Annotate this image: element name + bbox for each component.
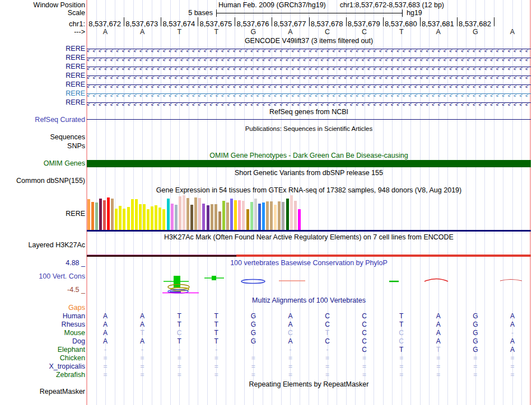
- alignment-base[interactable]: A: [494, 312, 531, 320]
- gtex-bar[interactable]: [183, 195, 185, 230]
- alignment-base[interactable]: T: [198, 337, 235, 345]
- alignment-base[interactable]: A: [420, 329, 457, 337]
- alignment-base[interactable]: =: [198, 371, 235, 379]
- gtex-bar[interactable]: [194, 197, 197, 230]
- gtex-bar[interactable]: [246, 209, 249, 230]
- alignment-base[interactable]: G: [235, 337, 272, 345]
- gtex-bar[interactable]: [298, 209, 301, 230]
- alignment-base[interactable]: A: [494, 346, 531, 354]
- alignment-base[interactable]: A: [420, 337, 457, 345]
- alignment-base[interactable]: -: [198, 346, 235, 354]
- alignment-base[interactable]: A: [272, 337, 309, 345]
- alignment-base[interactable]: =: [235, 354, 272, 362]
- gtex-bar[interactable]: [155, 205, 157, 230]
- alignment-base[interactable]: =: [346, 354, 383, 362]
- gtex-bar[interactable]: [99, 199, 102, 230]
- alignment-base[interactable]: C: [272, 329, 309, 337]
- alignment-base[interactable]: T: [161, 312, 198, 320]
- alignment-base[interactable]: =: [346, 362, 383, 370]
- vert-cons-label[interactable]: 100 Vert. Cons: [0, 272, 85, 280]
- alignment-base[interactable]: =: [124, 354, 161, 362]
- gencode-transcript-label[interactable]: RERE: [0, 98, 85, 106]
- gtex-bar[interactable]: [254, 199, 257, 230]
- alignment-base[interactable]: =: [457, 362, 494, 370]
- gencode-transcript[interactable]: <<<<<<<<<<<<<<<<<<<<<<<<<<<<<<<<<<<<<<<<…: [87, 90, 531, 97]
- alignment-base[interactable]: T: [309, 329, 346, 337]
- alignment-base[interactable]: T: [198, 329, 235, 337]
- alignment-base[interactable]: A: [87, 337, 124, 345]
- gtex-bar[interactable]: [147, 209, 150, 230]
- gtex-bar[interactable]: [282, 202, 284, 230]
- alignment-base[interactable]: =: [383, 362, 420, 370]
- alignment-base[interactable]: =: [383, 371, 420, 379]
- omim-gene-bar[interactable]: [87, 160, 531, 167]
- alignment-base[interactable]: A: [87, 312, 124, 320]
- alignment-base[interactable]: =: [272, 362, 309, 370]
- multiz-species-label[interactable]: X_tropicalis: [0, 362, 85, 370]
- multiz-species-label[interactable]: Human: [0, 312, 85, 320]
- gtex-bar[interactable]: [103, 200, 106, 230]
- gtex-bar[interactable]: [119, 206, 122, 230]
- alignment-base[interactable]: C: [346, 321, 383, 328]
- gtex-bar[interactable]: [218, 211, 221, 230]
- gencode-transcript-label[interactable]: RERE: [0, 72, 85, 79]
- multiz-species-label[interactable]: Zebrafish: [0, 371, 85, 379]
- gtex-bar[interactable]: [234, 200, 237, 230]
- gtex-bar[interactable]: [226, 202, 229, 230]
- alignment-base[interactable]: =: [161, 362, 198, 370]
- alignment-base[interactable]: C: [346, 346, 383, 354]
- alignment-base[interactable]: -: [161, 346, 198, 354]
- alignment-base[interactable]: A: [494, 321, 531, 328]
- gtex-bar[interactable]: [123, 209, 125, 230]
- alignment-base[interactable]: A: [420, 312, 457, 320]
- alignment-base[interactable]: C: [161, 329, 198, 337]
- alignment-base[interactable]: G: [457, 346, 494, 354]
- gencode-transcript[interactable]: <<<<<<<<<<<<<<<<<<<<<<<<<<<<<<<<<<<<<<<<…: [87, 54, 531, 61]
- gtex-bar[interactable]: [238, 200, 241, 230]
- alignment-base[interactable]: =: [235, 371, 272, 379]
- alignment-base[interactable]: T: [383, 346, 420, 354]
- gencode-transcript[interactable]: <<<<<<<<<<<<<<<<<<<<<<<<<<<<<<<<<<<<<<<<…: [87, 72, 531, 79]
- alignment-base[interactable]: =: [494, 354, 531, 362]
- multiz-species-label[interactable]: Elephant: [0, 346, 85, 354]
- gencode-transcript-label[interactable]: RERE: [0, 45, 85, 53]
- alignment-base[interactable]: =: [420, 371, 457, 379]
- gencode-transcript[interactable]: <<<<<<<<<<<<<<<<<<<<<<<<<<<<<<<<<<<<<<<<…: [87, 45, 531, 52]
- gtex-bar[interactable]: [111, 199, 114, 230]
- alignment-base[interactable]: =: [87, 354, 124, 362]
- phylop-signal[interactable]: [87, 257, 531, 296]
- gtex-bar[interactable]: [186, 198, 189, 230]
- gtex-barchart[interactable]: [87, 195, 531, 230]
- gtex-bar[interactable]: [158, 208, 161, 230]
- alignment-base[interactable]: =: [198, 354, 235, 362]
- alignment-base[interactable]: -: [124, 346, 161, 354]
- alignment-base[interactable]: T: [124, 329, 161, 337]
- alignment-base[interactable]: C: [346, 337, 383, 345]
- gtex-bar[interactable]: [270, 201, 273, 230]
- gtex-bar[interactable]: [214, 204, 217, 230]
- alignment-base[interactable]: =: [272, 371, 309, 379]
- alignment-base[interactable]: G: [457, 321, 494, 328]
- h3k27ac-signal[interactable]: [236, 255, 531, 257]
- alignment-base[interactable]: A: [87, 321, 124, 328]
- multiz-species-label[interactable]: Mouse: [0, 329, 85, 337]
- alignment-base[interactable]: =: [235, 362, 272, 370]
- alignment-base[interactable]: =: [87, 362, 124, 370]
- alignment-base[interactable]: C: [309, 337, 346, 345]
- gtex-bar[interactable]: [266, 201, 269, 230]
- alignment-base[interactable]: =: [161, 371, 198, 379]
- gencode-transcript-label[interactable]: RERE: [0, 54, 85, 62]
- gtex-bar[interactable]: [127, 207, 130, 230]
- alignment-base[interactable]: A: [272, 321, 309, 328]
- alignment-base[interactable]: =: [457, 354, 494, 362]
- gtex-bar[interactable]: [135, 199, 138, 230]
- alignment-base[interactable]: =: [309, 371, 346, 379]
- multiz-species-label[interactable]: Chicken: [0, 354, 85, 362]
- gtex-bar[interactable]: [91, 202, 94, 230]
- alignment-base[interactable]: A: [124, 312, 161, 320]
- refseq-curated-label[interactable]: RefSeq Curated: [0, 116, 85, 124]
- alignment-base[interactable]: C: [346, 329, 383, 337]
- gtex-bar[interactable]: [151, 206, 153, 230]
- gtex-bar[interactable]: [250, 202, 253, 230]
- alignment-base[interactable]: =: [309, 362, 346, 370]
